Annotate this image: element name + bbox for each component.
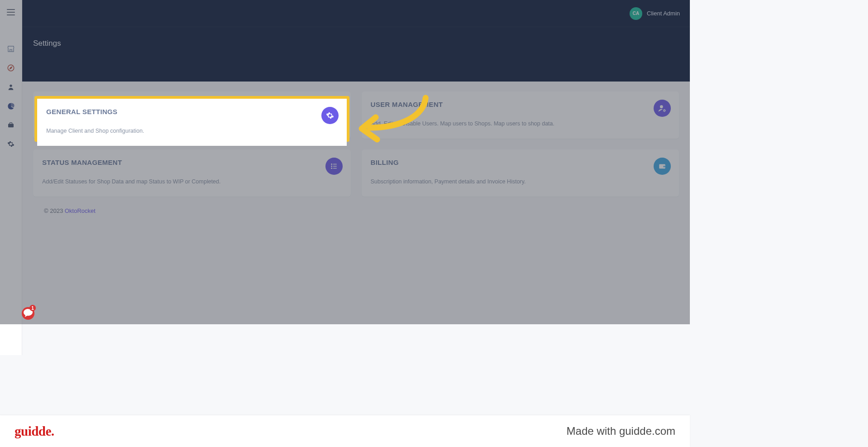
- briefcase-icon[interactable]: [6, 120, 15, 130]
- topbar: CA Client Admin: [22, 0, 690, 27]
- pie-chart-icon[interactable]: [6, 101, 15, 111]
- card-title: USER MANAGEMENT: [371, 101, 670, 108]
- app-window: CA Client Admin Settings GENERAL SETTING…: [0, 0, 690, 355]
- svg-point-10: [331, 168, 332, 169]
- card-title: STATUS MANAGEMENT: [42, 159, 342, 166]
- settings-grid: GENERAL SETTINGS Manage Client and Shop …: [33, 91, 679, 197]
- compass-icon[interactable]: [6, 63, 15, 72]
- svg-point-8: [331, 166, 332, 167]
- card-title: GENERAL SETTINGS: [42, 101, 342, 108]
- wallet-icon: [654, 158, 671, 175]
- card-general-settings[interactable]: GENERAL SETTINGS Manage Client and Shop …: [33, 91, 351, 139]
- card-description: Add, Edit or Disable Users. Map users to…: [371, 120, 670, 128]
- sidebar-nav: [0, 44, 22, 149]
- svg-rect-7: [333, 164, 336, 165]
- card-user-management[interactable]: USER MANAGEMENT Add, Edit or Disable Use…: [362, 91, 679, 139]
- guidde-logo[interactable]: guidde.: [15, 424, 54, 439]
- page-header: Settings: [22, 27, 690, 82]
- card-description: Manage Client and Shop configuration.: [42, 120, 342, 128]
- guidde-banner: guidde. Made with guidde.com: [0, 415, 690, 447]
- gear-icon[interactable]: [6, 139, 15, 149]
- page-title: Settings: [33, 39, 679, 48]
- card-billing[interactable]: BILLING Subscription information, Paymen…: [362, 149, 679, 197]
- chat-badge-count: 1: [31, 306, 34, 311]
- card-description: Add/Edit Statuses for Shop Data and map …: [42, 178, 342, 186]
- svg-rect-9: [333, 166, 336, 167]
- card-description: Subscription information, Payment detail…: [371, 178, 670, 186]
- svg-point-14: [664, 166, 664, 167]
- card-status-management[interactable]: STATUS MANAGEMENT Add/Edit Statuses for …: [33, 149, 351, 197]
- footer: © 2023 OktoRocket: [33, 197, 679, 225]
- avatar: CA: [630, 7, 642, 20]
- user-gear-icon: [654, 100, 671, 117]
- svg-rect-3: [8, 124, 14, 127]
- list-icon: [325, 158, 343, 175]
- card-title: BILLING: [371, 159, 670, 166]
- svg-point-2: [10, 85, 12, 87]
- user-menu[interactable]: CA Client Admin: [630, 7, 680, 20]
- user-icon[interactable]: [6, 82, 15, 91]
- menu-toggle-button[interactable]: [7, 9, 15, 15]
- svg-rect-11: [333, 168, 336, 169]
- made-with-label: Made with guidde.com: [567, 425, 675, 437]
- brand-link[interactable]: OktoRocket: [65, 207, 96, 214]
- store-icon[interactable]: [6, 44, 15, 53]
- user-name-label: Client Admin: [647, 10, 680, 17]
- copyright-text: © 2023: [44, 207, 65, 214]
- svg-marker-1: [10, 67, 12, 69]
- gear-icon: [325, 100, 343, 117]
- sidebar: [0, 0, 22, 355]
- chat-widget[interactable]: 1: [20, 304, 36, 322]
- content-area: GENERAL SETTINGS Manage Client and Shop …: [22, 82, 690, 355]
- svg-point-6: [331, 163, 332, 165]
- main-area: CA Client Admin Settings GENERAL SETTING…: [22, 0, 690, 355]
- svg-point-4: [660, 105, 663, 108]
